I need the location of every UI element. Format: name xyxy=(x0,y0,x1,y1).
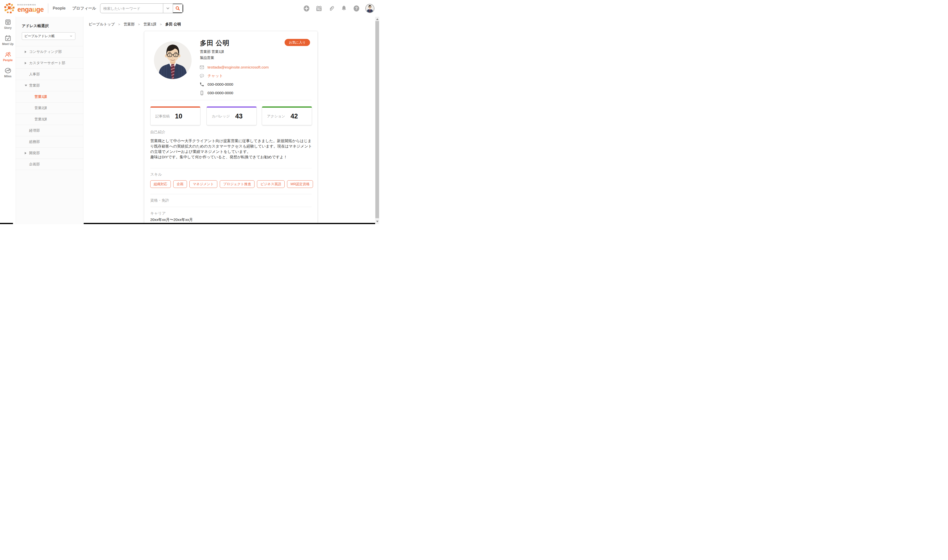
stat-value: 43 xyxy=(235,112,243,120)
skill-tags: 組織対応 企画 マネジメント プロジェクト推進 ビジネス英語 MR認定資格 xyxy=(150,180,313,188)
stat-card-coverage: カバレッジ 43 xyxy=(206,106,257,125)
bell-icon xyxy=(341,5,347,12)
svg-text:?: ? xyxy=(355,6,357,11)
address-book-sidebar: アドレス帳選択 ピープルアドレス帳 コンサルティング部 カスタマーサポート部 人… xyxy=(15,17,83,224)
divider xyxy=(150,168,311,168)
skills-section-title: スキル xyxy=(150,172,162,177)
rail-label-people: People xyxy=(3,58,12,62)
breadcrumb-separator: ＞ xyxy=(117,22,121,27)
tree-item[interactable]: 人事部 xyxy=(16,69,83,80)
profile-photo xyxy=(154,42,192,79)
header-divider xyxy=(48,3,48,13)
stat-value: 42 xyxy=(291,112,298,120)
intro-paragraph: 営業職として中小〜大手クライアント向け提案営業に従事してきました。新規開拓からは… xyxy=(150,138,313,154)
skill-tag[interactable]: 企画 xyxy=(173,180,187,188)
profile-department: 営業部 営業1課 xyxy=(200,49,224,54)
rail-item-miles[interactable]: Miles xyxy=(0,67,15,83)
email-link[interactable]: testtada@esginsite.onmicrosoft.com xyxy=(208,65,269,69)
brand-logo[interactable]: DISCOVERIES engauge xyxy=(4,3,44,14)
my-calendar-button[interactable]: My xyxy=(315,5,322,12)
rail-item-people[interactable]: People xyxy=(0,51,15,67)
breadcrumb-sales-dept[interactable]: 営業部 xyxy=(123,22,135,27)
chat-row: チャット xyxy=(199,73,269,78)
search-input[interactable] xyxy=(100,4,163,13)
attachments-button[interactable] xyxy=(328,5,335,12)
career-period: 20xx年xx月〜20xx年xx月 xyxy=(150,217,193,222)
license-section-title: 資格・免許 xyxy=(150,198,169,203)
mobile-row: 030-0000-0000 xyxy=(199,91,269,95)
header-actions: My ? xyxy=(303,4,374,13)
search-icon xyxy=(175,6,180,11)
skill-tag[interactable]: MR認定資格 xyxy=(287,180,313,188)
rail-item-story[interactable]: Story xyxy=(0,19,15,35)
chat-link[interactable]: チャット xyxy=(208,73,223,78)
search-scope-dropdown[interactable] xyxy=(163,4,173,13)
rail-label-story: Story xyxy=(4,26,12,29)
chevron-down-icon xyxy=(69,34,73,38)
scrollbar-thumb[interactable] xyxy=(376,21,379,218)
address-book-select-value: ピープルアドレス帳 xyxy=(25,34,55,38)
nav-profile[interactable]: プロフィール xyxy=(72,6,96,11)
top-nav: People プロフィール xyxy=(53,6,96,11)
breadcrumb-people-top[interactable]: ピープルトップ xyxy=(89,22,115,27)
tree-item[interactable]: 総務部 xyxy=(16,136,83,148)
story-icon xyxy=(5,19,11,25)
my-calendar-icon: My xyxy=(315,5,322,12)
stat-label: カバレッジ xyxy=(212,114,230,118)
rail-item-meetup[interactable]: Meet Up xyxy=(0,35,15,51)
favorite-button[interactable]: お気に入り xyxy=(285,39,310,46)
user-avatar[interactable] xyxy=(365,4,374,13)
svg-text:My: My xyxy=(317,8,320,11)
miles-trend-icon xyxy=(5,67,11,74)
tree-item[interactable]: コンサルティング部 xyxy=(16,46,83,57)
stat-card-posts: 記事投稿 10 xyxy=(150,106,200,125)
profile-photo-image xyxy=(154,42,192,79)
chevron-right-icon xyxy=(25,152,26,154)
people-icon xyxy=(5,51,11,58)
address-book-select[interactable]: ピープルアドレス帳 xyxy=(22,32,75,40)
nav-people[interactable]: People xyxy=(53,6,66,11)
help-button[interactable]: ? xyxy=(353,5,360,12)
tree-item[interactable]: 営業3課 xyxy=(16,114,83,125)
skill-tag[interactable]: 組織対応 xyxy=(150,180,171,188)
divider xyxy=(150,100,311,100)
tree-item[interactable]: 営業部 xyxy=(16,80,83,91)
brand-discoveries-label: DISCOVERIES xyxy=(17,4,44,6)
search-button[interactable] xyxy=(173,4,183,13)
scroll-up-arrow[interactable] xyxy=(376,18,379,20)
sidebar-title: アドレス帳選択 xyxy=(22,23,83,29)
skill-tag[interactable]: マネジメント xyxy=(189,180,217,188)
rail-label-meetup: Meet Up xyxy=(2,42,14,46)
scroll-down-arrow[interactable] xyxy=(376,221,379,222)
skill-tag[interactable]: ビジネス英語 xyxy=(257,180,285,188)
vertical-scrollbar[interactable] xyxy=(375,17,379,224)
intro-body: 営業職として中小〜大手クライアント向け提案営業に従事してきました。新規開拓からは… xyxy=(150,138,313,160)
tree-item[interactable]: 営業2課 xyxy=(16,103,83,114)
stat-card-actions: アクション 42 xyxy=(262,106,312,125)
notifications-button[interactable] xyxy=(340,5,347,12)
breadcrumb-separator: ＞ xyxy=(159,22,163,27)
tree-item[interactable]: 経理部 xyxy=(16,125,83,136)
contact-list: testtada@esginsite.onmicrosoft.com チャット … xyxy=(199,65,269,95)
bottom-edge-right xyxy=(84,223,375,224)
rail-label-miles: Miles xyxy=(4,75,11,78)
tree-item[interactable]: 開発部 xyxy=(16,148,83,159)
breadcrumb-sales-section1[interactable]: 営業1課 xyxy=(143,22,156,27)
career-section-title: キャリア xyxy=(150,211,166,216)
tree-item-selected[interactable]: 営業1課 xyxy=(16,91,83,103)
plus-circle-icon xyxy=(303,5,310,12)
intro-paragraph: 趣味はDIYです。集中して何か作っていると、発想が転換できてお勧めですよ！ xyxy=(150,154,313,160)
breadcrumb-separator: ＞ xyxy=(137,22,141,27)
breadcrumb: ピープルトップ ＞ 営業部 ＞ 営業1課 ＞ 多田 公明 xyxy=(89,22,181,27)
phone-number: 030-0000-0000 xyxy=(208,82,233,87)
email-row: testtada@esginsite.onmicrosoft.com xyxy=(199,65,269,70)
breadcrumb-current-person: 多田 公明 xyxy=(165,22,181,27)
tree-item[interactable]: 企画部 xyxy=(16,159,83,170)
tree-item[interactable]: カスタマーサポート部 xyxy=(16,57,83,69)
divider xyxy=(150,194,311,194)
smartphone-icon xyxy=(199,91,204,95)
mobile-number: 030-0000-0000 xyxy=(208,91,233,95)
add-post-button[interactable] xyxy=(303,5,310,12)
skill-tag[interactable]: プロジェクト推進 xyxy=(220,180,254,188)
profile-card: 多田 公明 営業部 営業1課 製品営業 お気に入り testtada@esgin… xyxy=(144,31,318,224)
